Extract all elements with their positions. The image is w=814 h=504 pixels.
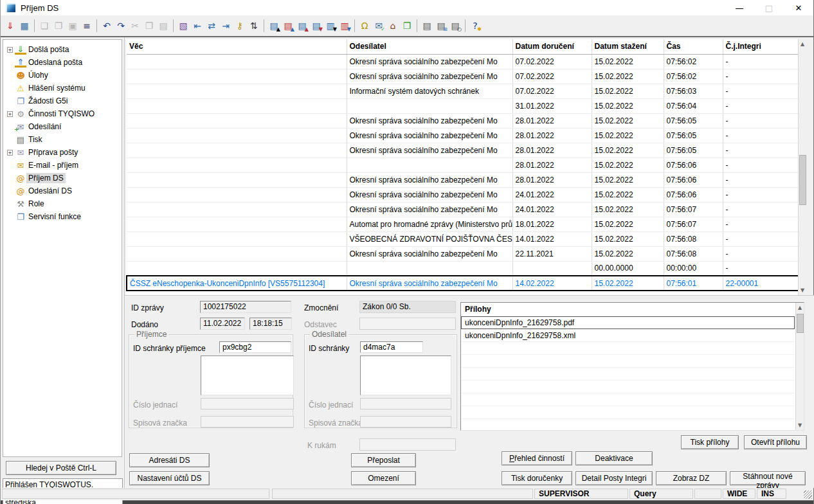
table-row[interactable]: Okresní správa sociálního zabezpečení Mo…: [127, 128, 799, 143]
sidebar-item-odeslani-ds[interactable]: @Odeslání DS: [6, 184, 122, 197]
toolbar-redo-icon[interactable]: ↷: [114, 18, 128, 33]
toolbar-print-preview-icon[interactable]: ▤○: [448, 18, 462, 33]
table-row[interactable]: Okresní správa sociálního zabezpečení Mo…: [127, 246, 799, 261]
detail-posty-integri-button[interactable]: Detail Posty Integri: [575, 471, 653, 485]
cell-cj-integri[interactable]: -: [723, 69, 799, 84]
cell-cj-integri[interactable]: -: [723, 231, 799, 246]
table-row[interactable]: Okresní správa sociálního zabezpečení Mo…: [127, 113, 799, 128]
cell-cas[interactable]: 07:56:06: [664, 158, 723, 172]
zmocneni-field[interactable]: Zákon 0/0 Sb.: [359, 301, 456, 313]
sidebar-item-odesilani[interactable]: ✉+Odesílání: [6, 120, 122, 133]
toolbar-filter-prev-icon[interactable]: ▤▲: [281, 18, 295, 33]
cell-datum-stazeni[interactable]: 15.02.2022: [592, 69, 664, 84]
cell-datum-stazeni[interactable]: 15.02.2022: [592, 202, 664, 217]
sidebar-item-priprava-posty[interactable]: +✉Příprava pošty: [6, 146, 122, 159]
cell-vec[interactable]: [127, 231, 347, 246]
cell-vec[interactable]: [127, 69, 347, 84]
sidebar-item-odeslana-posta[interactable]: ⇑Odeslaná pošta: [6, 56, 122, 69]
sidebar-item-ulohy[interactable]: ☻Úlohy: [6, 69, 122, 82]
attachments-scroll-up-icon[interactable]: ▲: [796, 303, 804, 312]
scroll-down-icon[interactable]: ▼: [799, 285, 806, 295]
toolbar-record-sync-icon[interactable]: ⇄: [204, 18, 219, 33]
cell-cas[interactable]: 07:56:08: [664, 246, 723, 261]
preposlat-button[interactable]: Přeposlat: [351, 453, 416, 467]
cell-cj-integri[interactable]: -: [723, 246, 799, 261]
cell-cj-integri[interactable]: -: [723, 143, 799, 158]
cell-cas[interactable]: 07:56:03: [664, 84, 723, 98]
column-header-cas[interactable]: Čas: [664, 39, 723, 54]
cell-datum-doruceni[interactable]: 28.01.2022: [512, 128, 592, 143]
cell-datum-doruceni[interactable]: 14.01.2022: [512, 231, 592, 246]
toolbar-print-structure-icon[interactable]: ▤⊞: [434, 18, 448, 33]
sidebar-item-role[interactable]: ⚒Role: [6, 197, 122, 210]
toolbar-mail-confirm-icon[interactable]: ✉✓: [372, 18, 386, 33]
expand-toggle-icon[interactable]: +: [7, 150, 13, 156]
cell-vec[interactable]: [127, 217, 347, 231]
table-row[interactable]: Okresní správa sociálního zabezpečení Mo…: [127, 187, 799, 202]
cell-cj-integri[interactable]: -: [723, 113, 799, 128]
toolbar-unlock-icon[interactable]: Ω: [357, 18, 372, 33]
attachments-scroll-down-icon[interactable]: ▼: [796, 420, 804, 430]
prijemce-spisova-znacka-field[interactable]: [201, 416, 294, 428]
adresati-ds-button[interactable]: Adresáti DS: [129, 453, 210, 467]
cell-vec[interactable]: [127, 143, 347, 158]
cell-datum-doruceni[interactable]: 28.01.2022: [512, 158, 592, 172]
search-mail-button[interactable]: Hledej v Poště Ctrl-L: [6, 461, 116, 475]
sidebar-item-hlaseni-systemu[interactable]: ⚠Hlášení systému: [6, 82, 122, 94]
cell-odesilatel[interactable]: Okresní správa sociálního zabezpečení Mo: [347, 172, 512, 187]
cell-datum-stazeni[interactable]: 15.02.2022: [592, 217, 664, 231]
scroll-up-icon[interactable]: ▲: [799, 39, 806, 49]
expand-toggle-icon[interactable]: +: [7, 47, 13, 53]
cell-datum-doruceni[interactable]: 18.01.2022: [512, 217, 592, 231]
prijemce-cislo-jednaci-field[interactable]: [201, 398, 294, 410]
cell-datum-stazeni[interactable]: 15.02.2022: [592, 158, 664, 172]
cell-cj-integri[interactable]: -: [723, 128, 799, 143]
id-schranky-prijemce-field[interactable]: px9cbg2: [219, 341, 291, 353]
table-row[interactable]: VŠEOBECNÁ ZDRAVOTNÍ POJIŠŤOVNA ČESKÉ14.0…: [127, 231, 799, 246]
table-row[interactable]: Okresní správa sociálního zabezpečení Mo…: [127, 172, 799, 187]
cell-datum-doruceni[interactable]: 07.02.2022: [512, 54, 592, 69]
toolbar-filter-up-icon[interactable]: ▤▲: [295, 18, 309, 33]
cell-cas[interactable]: 07:56:01: [664, 276, 723, 291]
toolbar-home-icon[interactable]: ⌂: [386, 18, 400, 33]
sidebar-item-prijem-ds[interactable]: @Příjem DS: [6, 172, 122, 184]
cell-cj-integri[interactable]: -: [723, 217, 799, 231]
cell-cas[interactable]: 07:56:02: [664, 54, 723, 69]
cell-cas[interactable]: 07:56:08: [664, 231, 723, 246]
cell-odesilatel[interactable]: Okresní správa sociálního zabezpečení Mo: [347, 202, 512, 217]
sidebar-item-cinnosti-tyqiswo[interactable]: +⚙Činnosti TYQISWO: [6, 107, 122, 120]
cell-odesilatel[interactable]: Okresní správa sociálního zabezpečení Mo: [347, 113, 512, 128]
sidebar-item-zadosti-g5i[interactable]: ❐Žádosti G5i: [6, 94, 122, 107]
cell-datum-stazeni[interactable]: 15.02.2022: [592, 143, 664, 158]
toolbar-key-find-icon[interactable]: ⚷: [233, 18, 247, 33]
cell-cj-integri[interactable]: -: [723, 261, 799, 276]
cell-datum-doruceni[interactable]: 24.01.2022: [512, 202, 592, 217]
table-row[interactable]: Okresní správa sociálního zabezpečení Mo…: [127, 143, 799, 158]
cell-datum-doruceni[interactable]: 28.01.2022: [512, 172, 592, 187]
toolbar-range-last-icon[interactable]: ▥▼: [338, 18, 352, 33]
cell-cj-integri[interactable]: -: [723, 84, 799, 98]
odesilatel-cislo-jednaci-field[interactable]: [360, 398, 451, 410]
cell-cas[interactable]: 07:56:05: [664, 113, 723, 128]
attachments-scrollbar[interactable]: ▲ ▼: [795, 303, 804, 430]
zobraz-dz-button[interactable]: Zobraz DZ: [656, 471, 727, 485]
table-row[interactable]: Okresní správa sociálního zabezpečení Mo…: [127, 54, 799, 69]
cell-datum-stazeni[interactable]: 15.02.2022: [592, 172, 664, 187]
table-row[interactable]: 00.00.000000:00:00-: [127, 261, 799, 276]
column-header-cj-integri[interactable]: Č.j.Integri: [723, 39, 799, 54]
cell-vec[interactable]: [127, 261, 347, 276]
toolbar-record-last-icon[interactable]: ⇥: [219, 18, 233, 33]
cell-cas[interactable]: 07:56:06: [664, 187, 723, 202]
toolbar-filter-down-icon[interactable]: ▤▼: [309, 18, 323, 33]
cell-cas[interactable]: 07:56:05: [664, 128, 723, 143]
cell-vec[interactable]: [127, 113, 347, 128]
toolbar-undo-icon[interactable]: ↶: [100, 18, 114, 33]
toolbar-form-view-icon[interactable]: ▦: [17, 18, 32, 33]
id-schranky-field[interactable]: d4mac7a: [360, 341, 423, 353]
cell-cas[interactable]: 07:56:07: [664, 202, 723, 217]
cell-datum-stazeni[interactable]: 15.02.2022: [592, 113, 664, 128]
dodano-date-field[interactable]: 11.02.2022: [200, 318, 245, 330]
cell-odesilatel[interactable]: Okresní správa sociálního zabezpečení Mo: [347, 54, 512, 69]
cell-datum-doruceni[interactable]: 31.01.2022: [512, 98, 592, 113]
column-header-odesilatel[interactable]: Odesílatel: [347, 39, 512, 54]
